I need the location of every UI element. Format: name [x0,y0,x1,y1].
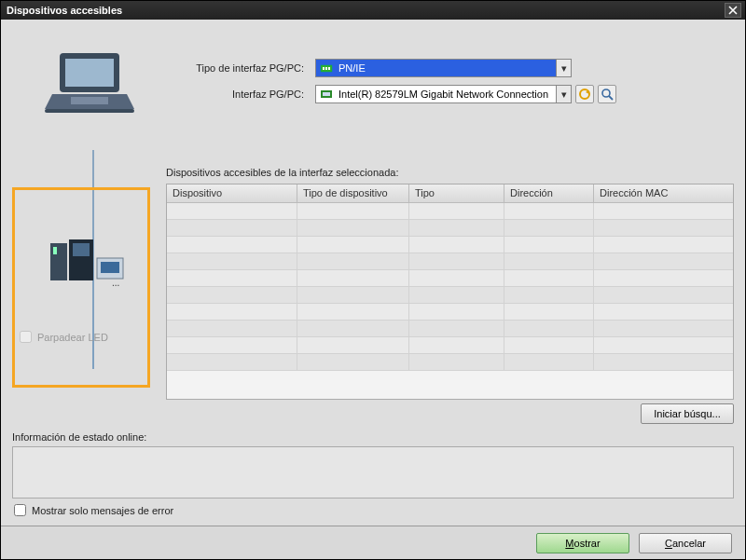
table-row[interactable] [167,253,733,270]
svg-rect-13 [50,243,67,280]
col-mac[interactable]: Dirección MAC [594,184,733,202]
refresh-button[interactable] [575,85,594,103]
laptop-icon [43,48,136,122]
table-cell [504,270,594,286]
cancel-button[interactable]: Cancelar [639,533,732,553]
table-cell [409,337,504,353]
table-cell [167,203,297,219]
svg-rect-7 [328,67,330,70]
table-cell [594,354,733,370]
laptop-illustration-area [12,29,166,150]
table-cell [167,354,297,370]
status-box[interactable] [12,446,734,499]
col-device-type[interactable]: Tipo de dispositivo [297,184,409,202]
errors-only-input[interactable] [14,504,26,516]
interface-type-value: PN/IE [337,62,556,74]
show-button[interactable]: Mostrar [536,533,629,553]
svg-rect-14 [53,247,57,254]
table-cell [297,304,409,320]
table-cell [409,253,504,269]
interface-select[interactable]: Intel(R) 82579LM Gigabit Network Connect… [315,85,572,103]
table-cell [409,354,504,370]
table-cell [504,337,594,353]
table-row[interactable] [167,321,733,337]
search-icon [601,88,614,101]
table-row[interactable] [167,220,733,237]
svg-rect-2 [45,109,134,113]
start-search-label: Iniciar búsqu... [654,408,721,419]
svg-text:...: ... [112,278,119,288]
interface-type-row: Tipo de interfaz PG/PC: PN/IE ▾ [166,57,734,79]
search-row: Iniciar búsqu... [12,400,734,431]
table-cell [297,237,409,253]
cancel-label: Cancelar [665,538,706,549]
col-address[interactable]: Dirección [504,184,594,202]
chevron-down-icon: ▾ [556,86,571,102]
topology-column: ... Parpadear LED [12,150,166,400]
errors-only-label: Mostrar solo mensajes de error [32,505,173,516]
config-area: Tipo de interfaz PG/PC: PN/IE ▾ Interfaz… [166,29,734,150]
table-cell [167,237,297,253]
devices-table[interactable]: Dispositivo Tipo de dispositivo Tipo Dir… [166,184,734,400]
table-row[interactable] [167,270,733,287]
table-cell [409,220,504,236]
table-cell [594,220,733,236]
table-cell [297,354,409,370]
col-device[interactable]: Dispositivo [167,184,297,202]
footer: Mostrar Cancelar [1,526,745,559]
table-cell [594,203,733,219]
table-row[interactable] [167,337,733,354]
svg-point-11 [602,89,610,97]
svg-rect-1 [65,59,114,87]
table-cell [167,304,297,320]
upper-section: Tipo de interfaz PG/PC: PN/IE ▾ Interfaz… [12,29,734,150]
interface-type-select[interactable]: PN/IE ▾ [315,59,572,77]
table-row[interactable] [167,304,733,321]
table-cell [409,304,504,320]
blink-led-input[interactable] [20,331,32,343]
table-cell [167,270,297,286]
svg-rect-18 [101,262,119,273]
dialog-window: Dispositivos accesibles Tipo de interfaz… [0,0,746,560]
svg-rect-5 [323,67,325,70]
table-row[interactable] [167,237,733,253]
table-cell [297,270,409,286]
table-cell [594,237,733,253]
table-row[interactable] [167,203,733,220]
start-search-button[interactable]: Iniciar búsqu... [641,403,734,424]
table-cell [594,321,733,336]
col-type[interactable]: Tipo [409,184,504,202]
table-cell [409,203,504,219]
close-button[interactable] [725,3,741,18]
interface-label: Interfaz PG/PC: [166,89,315,100]
table-cell [297,337,409,353]
table-cell [297,220,409,236]
svg-rect-3 [71,97,108,104]
svg-rect-9 [323,92,330,96]
blink-led-checkbox[interactable]: Parpadear LED [20,331,108,343]
show-label: Mostrar [565,538,600,549]
table-cell [504,237,594,253]
table-title: Dispositivos accesibles de la interfaz s… [166,167,734,178]
table-cell [167,321,297,336]
svg-line-12 [609,96,613,100]
close-icon [728,6,738,15]
errors-only-checkbox[interactable]: Mostrar solo mensajes de error [12,499,734,518]
table-cell [297,287,409,303]
svg-rect-6 [325,67,327,70]
table-cell [504,220,594,236]
table-cell [504,321,594,336]
interface-row: Interfaz PG/PC: Intel(R) 82579LM Gigabit… [166,83,734,105]
table-cell [409,237,504,253]
table-row[interactable] [167,287,733,304]
table-header: Dispositivo Tipo de dispositivo Tipo Dir… [167,184,733,203]
table-cell [409,287,504,303]
table-cell [504,354,594,370]
table-cell [409,270,504,286]
table-column: Dispositivos accesibles de la interfaz s… [166,150,734,400]
table-cell [167,337,297,353]
properties-button[interactable] [598,85,616,103]
nic-icon [319,87,334,102]
table-cell [167,220,297,236]
table-row[interactable] [167,354,733,371]
